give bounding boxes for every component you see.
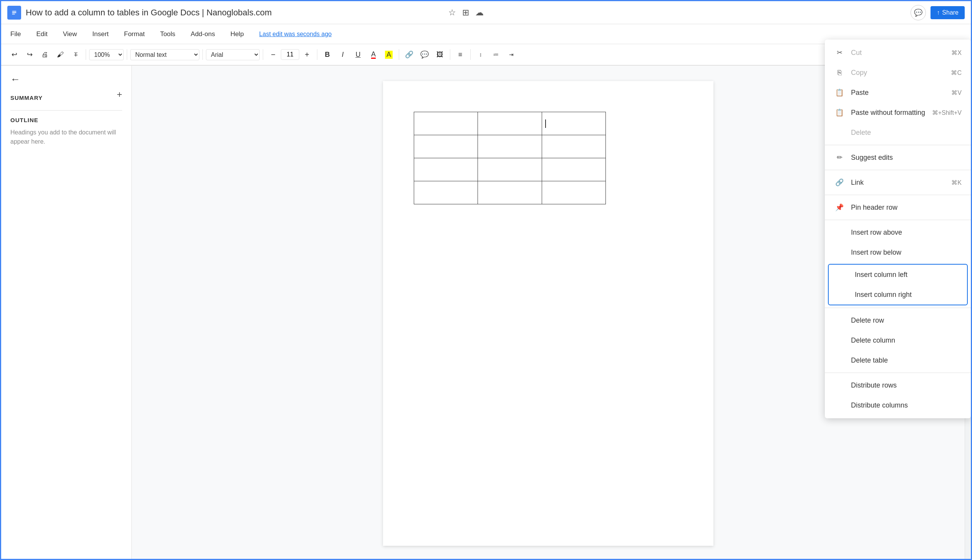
menu-tools[interactable]: Tools bbox=[157, 29, 178, 40]
ctx-link-shortcut: ⌘K bbox=[951, 179, 962, 186]
ctx-copy[interactable]: ⎘ Copy ⌘C bbox=[825, 63, 971, 83]
ctx-delete-label: Delete bbox=[851, 129, 871, 137]
bold-button[interactable]: B bbox=[320, 48, 334, 62]
insert-row-above-icon bbox=[834, 227, 845, 238]
table-row bbox=[414, 158, 606, 181]
indent-button[interactable]: ⇥ bbox=[504, 48, 518, 62]
menu-help[interactable]: Help bbox=[227, 29, 247, 40]
ctx-delete[interactable]: Delete bbox=[825, 123, 971, 142]
ctx-link[interactable]: 🔗 Link ⌘K bbox=[825, 172, 971, 192]
font-size-input[interactable] bbox=[281, 49, 299, 60]
ctx-suggest-edits[interactable]: ✏ Suggest edits bbox=[825, 147, 971, 167]
table-cell[interactable] bbox=[478, 158, 542, 181]
star-icon[interactable]: ☆ bbox=[448, 8, 456, 18]
menu-edit[interactable]: Edit bbox=[33, 29, 50, 40]
table-row bbox=[414, 112, 606, 135]
paint-format-button[interactable]: 🖌 bbox=[53, 48, 67, 62]
italic-button[interactable]: I bbox=[336, 48, 350, 62]
ctx-distribute-columns[interactable]: Distribute columns bbox=[825, 395, 971, 415]
table-cell[interactable] bbox=[478, 112, 542, 135]
table-cell[interactable] bbox=[542, 181, 605, 204]
title-bar: How to add a column to tables in Google … bbox=[1, 1, 971, 24]
ctx-paste-no-format-label: Paste without formatting bbox=[851, 109, 925, 117]
pin-icon: 📌 bbox=[834, 202, 845, 213]
ctx-divider-3 bbox=[825, 195, 971, 195]
toolbar-divider-2 bbox=[127, 49, 127, 60]
distribute-columns-icon bbox=[834, 400, 845, 411]
table-cell[interactable] bbox=[414, 158, 478, 181]
ctx-delete-column[interactable]: Delete column bbox=[825, 330, 971, 350]
table-cell[interactable] bbox=[414, 135, 478, 158]
ctx-paste-no-format[interactable]: 📋 Paste without formatting ⌘+Shift+V bbox=[825, 103, 971, 123]
style-select[interactable]: Normal text Heading 1 Heading 2 bbox=[130, 49, 199, 60]
menu-insert[interactable]: Insert bbox=[89, 29, 112, 40]
sidebar-divider bbox=[10, 110, 122, 111]
ctx-cut-label: Cut bbox=[851, 49, 862, 57]
share-button[interactable]: ↑ Share bbox=[930, 6, 965, 19]
cloud-icon[interactable]: ☁ bbox=[475, 8, 484, 18]
outline-title: OUTLINE bbox=[10, 117, 122, 123]
toolbar-divider-1 bbox=[86, 49, 86, 60]
underline-button[interactable]: U bbox=[351, 48, 365, 62]
share-arrow-icon: ↑ bbox=[937, 9, 940, 16]
suggest-edits-icon: ✏ bbox=[834, 152, 845, 163]
ctx-delete-column-label: Delete column bbox=[851, 337, 895, 345]
menu-view[interactable]: View bbox=[60, 29, 80, 40]
clear-format-button[interactable]: T̶ bbox=[69, 48, 83, 62]
ctx-delete-row[interactable]: Delete row bbox=[825, 310, 971, 330]
last-edit-status[interactable]: Last edit was seconds ago bbox=[259, 31, 332, 38]
window-title: How to add a column to tables in Google … bbox=[26, 8, 444, 18]
ctx-cut[interactable]: ✂ Cut ⌘X bbox=[825, 43, 971, 63]
insert-col-right-icon bbox=[838, 289, 849, 300]
delete-table-icon bbox=[834, 355, 845, 366]
ctx-pin-header[interactable]: 📌 Pin header row bbox=[825, 197, 971, 217]
paste-no-format-icon: 📋 bbox=[834, 107, 845, 118]
ctx-delete-table-label: Delete table bbox=[851, 357, 888, 365]
back-arrow[interactable]: ← bbox=[10, 73, 122, 85]
ctx-delete-table[interactable]: Delete table bbox=[825, 350, 971, 370]
table-cell[interactable] bbox=[478, 181, 542, 204]
ctx-cut-shortcut: ⌘X bbox=[951, 49, 962, 57]
link-icon: 🔗 bbox=[834, 177, 845, 188]
print-button[interactable]: 🖨 bbox=[38, 48, 52, 62]
summary-add-button[interactable]: + bbox=[117, 89, 122, 100]
redo-button[interactable]: ↪ bbox=[23, 48, 37, 62]
table-cell-active[interactable] bbox=[542, 112, 605, 135]
align-button[interactable]: ≡ bbox=[453, 48, 467, 62]
ctx-insert-col-right[interactable]: Insert column right bbox=[829, 285, 967, 305]
ctx-distribute-rows-label: Distribute rows bbox=[851, 382, 897, 390]
table-cell[interactable] bbox=[414, 181, 478, 204]
text-color-button[interactable]: A bbox=[367, 48, 380, 62]
table-cell[interactable] bbox=[542, 135, 605, 158]
ctx-paste-no-format-shortcut: ⌘+Shift+V bbox=[932, 109, 962, 117]
table-cell[interactable] bbox=[414, 112, 478, 135]
text-cursor bbox=[545, 120, 546, 128]
ctx-insert-row-below[interactable]: Insert row below bbox=[825, 242, 971, 262]
table-cell[interactable] bbox=[542, 158, 605, 181]
document-table[interactable] bbox=[414, 112, 606, 204]
line-spacing-button[interactable]: ↕ bbox=[474, 48, 487, 62]
menu-file[interactable]: File bbox=[7, 29, 24, 40]
ctx-insert-row-above[interactable]: Insert row above bbox=[825, 222, 971, 242]
ctx-distribute-rows[interactable]: Distribute rows bbox=[825, 375, 971, 395]
font-size-increase[interactable]: + bbox=[300, 48, 314, 62]
comment-button[interactable]: 💬 bbox=[418, 48, 432, 62]
ctx-paste[interactable]: 📋 Paste ⌘V bbox=[825, 83, 971, 103]
font-select[interactable]: Arial Times New Roman Courier New bbox=[206, 49, 260, 60]
ctx-divider-4 bbox=[825, 220, 971, 220]
table-cell[interactable] bbox=[478, 135, 542, 158]
font-size-decrease[interactable]: − bbox=[266, 48, 280, 62]
zoom-select[interactable]: 100% 75% 150% bbox=[89, 49, 124, 60]
comments-button[interactable]: 💬 bbox=[910, 5, 926, 20]
menu-format[interactable]: Format bbox=[121, 29, 148, 40]
highlight-color-button[interactable]: A bbox=[382, 48, 396, 62]
link-button[interactable]: 🔗 bbox=[402, 48, 416, 62]
ctx-suggest-edits-label: Suggest edits bbox=[851, 153, 893, 162]
undo-button[interactable]: ↩ bbox=[7, 48, 21, 62]
menu-addons[interactable]: Add-ons bbox=[187, 29, 218, 40]
list-button[interactable]: ≔ bbox=[489, 48, 503, 62]
ctx-insert-col-left[interactable]: Insert column left bbox=[829, 265, 967, 285]
grid-icon[interactable]: ⊞ bbox=[462, 8, 469, 18]
title-icons: ☆ ⊞ ☁ bbox=[448, 8, 484, 18]
image-button[interactable]: 🖼 bbox=[433, 48, 447, 62]
